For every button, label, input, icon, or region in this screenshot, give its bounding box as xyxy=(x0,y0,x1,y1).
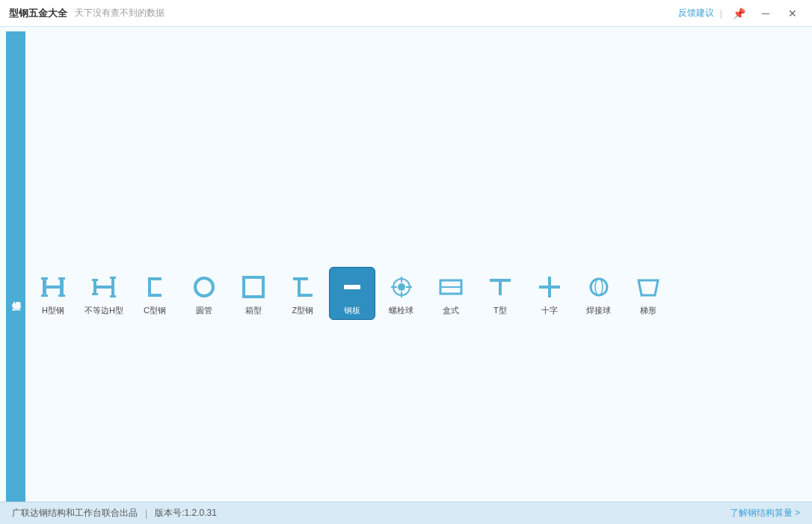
svg-point-36 xyxy=(591,279,607,295)
main-area: 焊接 xyxy=(0,27,812,502)
weld-z-item[interactable]: Z型钢 xyxy=(280,267,326,320)
weld-weld-ball-icon xyxy=(582,271,615,303)
weld-trapezoid-item[interactable]: 梯形 xyxy=(625,267,671,320)
weld-z-icon xyxy=(286,271,319,303)
svg-rect-4 xyxy=(58,277,65,280)
weld-c-label: C型钢 xyxy=(144,305,166,316)
svg-rect-10 xyxy=(92,279,98,281)
weld-weld-ball-label: 焊接球 xyxy=(586,305,611,316)
weld-label: 焊接 xyxy=(6,31,25,502)
footer: 广联达钢结构和工作台联合出品 | 版本号:1.2.0.31 了解钢结构算量 > xyxy=(0,502,812,524)
weld-trapezoid-icon xyxy=(632,271,665,303)
weld-h-icon xyxy=(37,271,70,303)
toolbar: 焊接 xyxy=(0,27,812,502)
svg-rect-23 xyxy=(344,285,360,289)
svg-rect-3 xyxy=(41,277,48,280)
feedback-link[interactable]: 反馈建议 xyxy=(678,7,714,19)
svg-rect-16 xyxy=(148,277,151,297)
weld-plate-icon xyxy=(336,271,369,303)
weld-weld-ball-item[interactable]: 焊接球 xyxy=(576,267,622,320)
svg-point-37 xyxy=(595,279,603,295)
weld-bolt-ball-icon xyxy=(385,271,418,303)
svg-rect-33 xyxy=(499,279,502,295)
svg-rect-12 xyxy=(92,293,98,295)
weld-c-icon xyxy=(138,271,171,303)
svg-rect-18 xyxy=(244,277,263,297)
svg-rect-2 xyxy=(43,286,64,289)
svg-rect-35 xyxy=(548,277,551,298)
svg-rect-6 xyxy=(58,295,65,297)
weld-t-label: T型 xyxy=(493,305,507,316)
weld-unequal-h-label: 不等边H型 xyxy=(84,305,123,316)
weld-t-item[interactable]: T型 xyxy=(477,267,523,320)
weld-round-pipe-item[interactable]: 圆管 xyxy=(181,267,227,320)
weld-row: 焊接 xyxy=(0,27,812,502)
svg-rect-21 xyxy=(298,294,313,297)
footer-company: 广联达钢结构和工作台联合出品 xyxy=(12,507,138,520)
weld-trapezoid-label: 梯形 xyxy=(640,305,656,316)
weld-round-pipe-label: 圆管 xyxy=(196,305,212,316)
titlebar: 型钢五金大全 天下没有查不到的数据 反馈建议 | 📌 ─ ✕ xyxy=(0,0,812,27)
weld-box2-label: 盒式 xyxy=(443,305,459,316)
title-right-area: 反馈建议 | 📌 ─ ✕ xyxy=(678,4,803,22)
app-subtitle: 天下没有查不到的数据 xyxy=(75,7,164,19)
weld-h-item[interactable]: H型钢 xyxy=(30,267,76,320)
footer-link[interactable]: 了解钢结构算量 > xyxy=(730,507,800,520)
weld-box-icon xyxy=(237,271,270,303)
svg-point-25 xyxy=(398,283,405,291)
weld-unequal-h-icon xyxy=(87,271,120,303)
weld-box-label: 箱型 xyxy=(245,305,262,316)
app-title: 型钢五金大全 xyxy=(9,7,67,20)
weld-plate-item[interactable]: 钢板 xyxy=(329,267,375,320)
weld-plate-label: 钢板 xyxy=(344,305,360,316)
svg-rect-11 xyxy=(110,277,116,279)
toolbar-rows: 焊接 xyxy=(0,27,812,502)
weld-round-pipe-icon xyxy=(188,271,221,303)
weld-box-item[interactable]: 箱型 xyxy=(230,267,277,320)
weld-bolt-ball-item[interactable]: 螺栓球 xyxy=(378,267,425,320)
footer-version: 版本号:1.2.0.31 xyxy=(155,507,217,520)
footer-separator: | xyxy=(145,508,147,519)
weld-box2-item[interactable]: 盒式 xyxy=(428,267,474,320)
svg-rect-5 xyxy=(41,295,48,297)
svg-rect-13 xyxy=(110,295,116,298)
weld-box2-icon xyxy=(434,271,467,303)
svg-marker-38 xyxy=(639,280,658,295)
weld-items: H型钢 xyxy=(30,267,806,320)
weld-z-label: Z型钢 xyxy=(292,305,314,316)
weld-t-icon xyxy=(484,271,517,303)
weld-cross-icon xyxy=(533,271,566,303)
pin-button[interactable]: 📌 xyxy=(728,4,749,22)
weld-h-label: H型钢 xyxy=(42,305,64,316)
close-button[interactable]: ✕ xyxy=(782,4,803,22)
weld-unequal-h-item[interactable]: 不等边H型 xyxy=(79,267,129,320)
weld-c-item[interactable]: C型钢 xyxy=(132,267,178,320)
weld-bolt-ball-label: 螺栓球 xyxy=(389,305,413,316)
svg-rect-9 xyxy=(93,286,114,289)
separator: | xyxy=(720,7,722,19)
weld-cross-label: 十字 xyxy=(541,305,558,316)
minimize-button[interactable]: ─ xyxy=(755,4,776,22)
weld-cross-item[interactable]: 十字 xyxy=(526,267,573,320)
svg-point-17 xyxy=(195,278,213,296)
